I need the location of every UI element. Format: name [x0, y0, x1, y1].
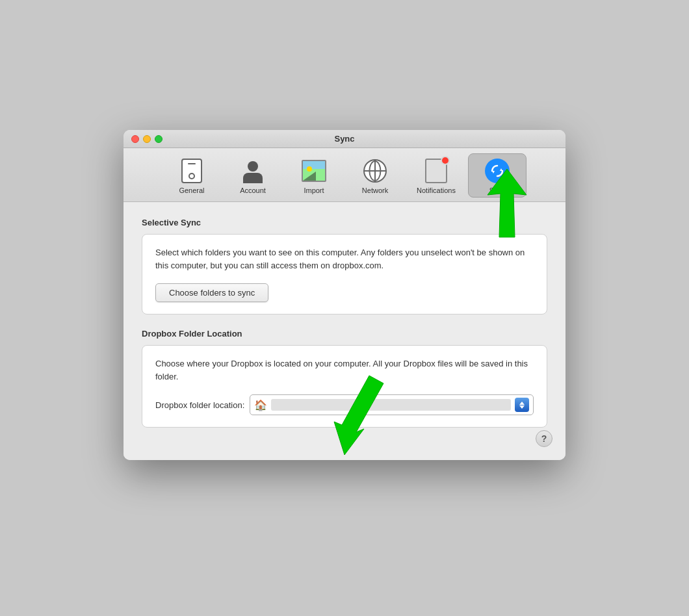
tab-sync[interactable]: Sync	[468, 153, 526, 198]
titlebar: Sync	[124, 130, 566, 148]
tab-import[interactable]: Import	[285, 153, 343, 198]
folder-location-description: Choose where your Dropbox is located on …	[155, 357, 534, 383]
chevron-up-icon	[519, 402, 525, 405]
tab-account[interactable]: Account	[224, 153, 282, 198]
network-icon	[362, 158, 388, 184]
toolbar: General Account Import	[124, 148, 566, 202]
close-button[interactable]	[131, 135, 139, 143]
tab-general[interactable]: General	[162, 153, 221, 198]
folder-location-card: Choose where your Dropbox is located on …	[142, 345, 547, 428]
folder-location-label: Dropbox folder location:	[155, 400, 244, 410]
general-icon	[179, 158, 205, 184]
home-icon: 🏠	[254, 399, 267, 411]
maximize-button[interactable]	[155, 135, 162, 143]
selective-sync-description: Select which folders you want to see on …	[155, 246, 534, 272]
sync-label: Sync	[489, 186, 505, 194]
tab-notifications[interactable]: Notifications	[407, 153, 465, 198]
notifications-label: Notifications	[417, 186, 456, 194]
main-content: Selective Sync Select which folders you …	[124, 202, 566, 460]
general-label: General	[179, 186, 204, 194]
network-label: Network	[362, 186, 388, 194]
sync-icon	[484, 158, 510, 184]
tab-network[interactable]: Network	[346, 153, 404, 198]
window-title: Sync	[334, 134, 354, 144]
import-label: Import	[304, 186, 324, 194]
folder-location-title: Dropbox Folder Location	[142, 329, 547, 339]
traffic-lights	[131, 135, 162, 143]
account-label: Account	[240, 186, 266, 194]
import-icon	[301, 158, 327, 184]
account-icon	[240, 158, 266, 184]
settings-window: Sync General Account Import	[124, 130, 566, 460]
folder-path-box[interactable]: 🏠	[250, 394, 534, 415]
folder-path-text	[271, 399, 511, 411]
folder-dropdown-button[interactable]	[515, 398, 529, 412]
selective-sync-card: Select which folders you want to see on …	[142, 234, 547, 314]
notifications-icon	[423, 158, 449, 184]
selective-sync-title: Selective Sync	[142, 218, 547, 227]
help-button[interactable]: ?	[536, 430, 552, 447]
minimize-button[interactable]	[143, 135, 151, 143]
chevron-down-icon	[519, 405, 525, 409]
choose-folders-button[interactable]: Choose folders to sync	[155, 283, 268, 302]
folder-location-row: Dropbox folder location: 🏠	[155, 394, 534, 415]
